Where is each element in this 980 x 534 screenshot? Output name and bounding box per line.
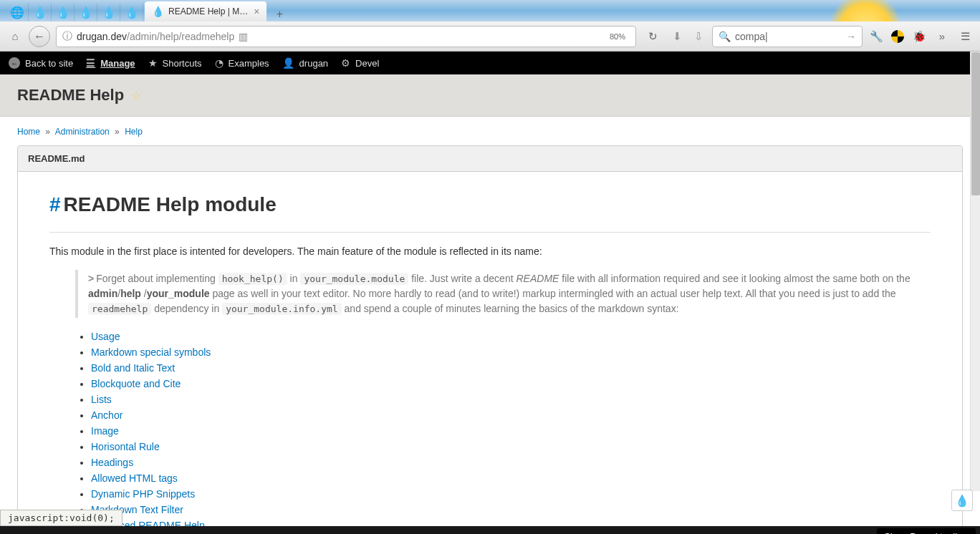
scrollbar-thumb[interactable]	[971, 52, 980, 195]
menu-icon[interactable]: ☰	[957, 29, 973, 44]
reader-icon[interactable]: ▥	[239, 31, 248, 42]
devel-label: Devel	[355, 58, 379, 69]
toc-item: Markdown Text Filter	[91, 504, 931, 515]
toc-item: Headings	[91, 457, 931, 468]
toc-item: Bold and Italic Text	[91, 362, 931, 374]
tab-drupal-3[interactable]: 💧	[75, 3, 97, 21]
toc-link[interactable]: Dynamic PHP Snippets	[91, 488, 195, 500]
toc-item: Horisontal Rule	[91, 441, 931, 452]
scrollbar[interactable]	[970, 52, 980, 491]
intro-text: This module in the first place is intent…	[49, 246, 931, 257]
drupal-badge-button[interactable]: 💧	[951, 490, 973, 511]
status-bar: javascript:void(0);	[0, 510, 123, 526]
tab-drupal-4[interactable]: 💧	[97, 3, 120, 21]
examples-label: Examples	[229, 58, 269, 69]
url-domain: drugan.dev	[77, 31, 127, 42]
toc-item: Anchor	[91, 409, 931, 421]
toc-link[interactable]: Bold and Italic Text	[91, 362, 175, 374]
user-menu[interactable]: 👤 drugan	[282, 57, 328, 69]
info-icon[interactable]: ⓘ	[62, 30, 72, 43]
drop-icon: ◔	[215, 57, 224, 69]
back-to-site[interactable]: ← Back to site	[9, 57, 73, 69]
breadcrumb-sep: »	[115, 127, 120, 137]
q-text: and spend a couple of minutes learning t…	[342, 303, 679, 314]
nav-back-button[interactable]: ←	[29, 26, 50, 47]
user-icon: 👤	[282, 57, 294, 69]
toc-link[interactable]: Blockquote and Cite	[91, 378, 181, 389]
overflow-icon[interactable]: »	[934, 29, 950, 44]
user-label: drugan	[299, 58, 328, 69]
back-icon: ←	[9, 57, 20, 69]
code-yml: your_module.info.yml	[222, 303, 342, 315]
toc-item: Usage	[91, 331, 931, 342]
toc-link[interactable]: Headings	[91, 457, 133, 468]
blockquote: >Forget about implementing hook_help() i…	[75, 270, 931, 318]
devel-menu[interactable]: ⚙ Devel	[341, 57, 379, 69]
search-value: compa|	[735, 31, 768, 42]
manage-menu[interactable]: ☰ Manage	[86, 57, 135, 69]
readme-body: #README Help module This module in the f…	[18, 172, 962, 526]
toc-link[interactable]: Image	[91, 425, 119, 437]
q-bold: admin	[88, 288, 117, 299]
search-icon: 🔍	[719, 31, 731, 42]
hamburger-icon: ☰	[86, 57, 95, 69]
url-path: /admin/help/readmehelp	[127, 31, 234, 42]
search-go-icon[interactable]: →	[846, 31, 856, 42]
bug-icon[interactable]: 🐞	[911, 29, 927, 44]
examples-menu[interactable]: ◔ Examples	[215, 57, 269, 69]
url-bar[interactable]: ⓘ drugan.dev/admin/help/readmehelp ▥ 80%	[56, 26, 636, 47]
toc-link[interactable]: Lists	[91, 394, 112, 405]
toc-item: Markdown special symbols	[91, 346, 931, 358]
new-tab-button[interactable]: +	[271, 7, 288, 21]
divider	[49, 232, 931, 233]
q-em: README	[516, 273, 559, 284]
tab-drupal-5[interactable]: 💧	[120, 3, 143, 21]
q-text: in	[287, 273, 301, 284]
toc-link[interactable]: Allowed HTML tags	[91, 472, 178, 484]
breadcrumb-help[interactable]: Help	[125, 127, 143, 137]
toc-link[interactable]: Markdown special symbols	[91, 346, 211, 358]
toc-link[interactable]: Anchor	[91, 409, 123, 421]
search-input[interactable]: 🔍 compa| →	[712, 26, 863, 47]
shortcuts-label: Shortcuts	[163, 58, 202, 69]
prompt-icon: ≫	[9, 531, 18, 534]
q-text: /	[141, 288, 147, 299]
close-icon[interactable]: ×	[254, 6, 259, 17]
bottom-console: ≫ Show Drupal toolbar	[0, 526, 980, 534]
q-bold: help	[120, 288, 141, 299]
shortcuts-menu[interactable]: ★ Shortcuts	[148, 57, 202, 69]
back-label: Back to site	[25, 58, 73, 69]
breadcrumb-sep: »	[45, 127, 50, 137]
home-icon[interactable]: ⌂	[7, 29, 23, 44]
tab-title: README Help | M…	[168, 6, 248, 16]
tab-drupal-2[interactable]: 💧	[52, 3, 75, 21]
hazard-icon[interactable]	[891, 30, 904, 43]
gear-icon: ⚙	[341, 57, 350, 69]
tab-active[interactable]: 💧 README Help | M… ×	[145, 1, 266, 21]
tab-globe[interactable]: 🌐	[6, 3, 29, 21]
breadcrumb-admin[interactable]: Administration	[55, 127, 110, 137]
tab-drupal-1[interactable]: 💧	[29, 3, 52, 21]
toc-link[interactable]: Horisontal Rule	[91, 441, 160, 452]
drupal-icon: 💧	[152, 6, 164, 17]
breadcrumb-home[interactable]: Home	[17, 127, 40, 137]
toc-item: Blockquote and Cite	[91, 378, 931, 389]
page-header: README Help ☆	[0, 74, 980, 117]
toc-item: Allowed HTML tags	[91, 472, 931, 484]
toc-item: Advanced README Help	[91, 520, 931, 526]
download-icon[interactable]: ⬇	[669, 29, 685, 44]
toc-link[interactable]: Usage	[91, 331, 120, 342]
reload-icon[interactable]: ↻	[642, 29, 663, 44]
content-area: Home » Administration » Help README.md #…	[0, 117, 980, 526]
favorite-star-icon[interactable]: ☆	[131, 89, 141, 102]
zoom-level[interactable]: 80%	[605, 31, 630, 42]
q-text: page as well in your text editor. No mor…	[210, 288, 896, 299]
code-hook: hook_help()	[218, 273, 287, 285]
readme-container: README.md #README Help module This modul…	[17, 145, 963, 526]
toolbar-tooltip: Show Drupal toolbar	[877, 528, 976, 534]
wrench-icon[interactable]: 🔧	[868, 29, 884, 44]
drupal-admin-toolbar: ← Back to site ☰ Manage ★ Shortcuts ◔ Ex…	[0, 52, 980, 74]
browser-toolbar: ⌂ ← ⓘ drugan.dev/admin/help/readmehelp ▥…	[0, 21, 980, 52]
hash-anchor-icon[interactable]: #	[49, 193, 61, 216]
download-arrow-icon[interactable]: ⇩	[691, 29, 706, 44]
